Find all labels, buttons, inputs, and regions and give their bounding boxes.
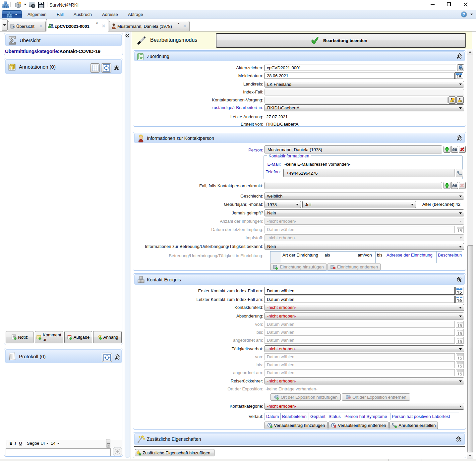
svg-text:Σ: Σ [13,25,15,29]
svg-text:?: ? [463,12,465,17]
